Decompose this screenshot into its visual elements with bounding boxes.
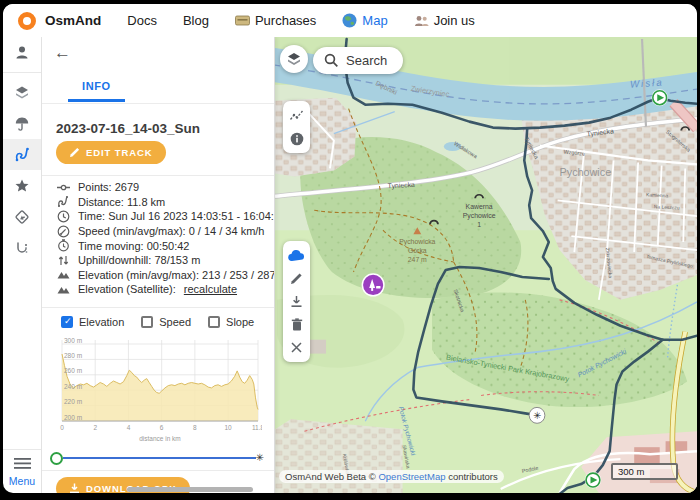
slope-checkbox[interactable] [208,316,220,328]
sidebar-item-weather[interactable] [3,108,41,139]
account-icon [14,45,30,61]
stat-speed: Speed (min/avg/max): 0 / 14 / 34 km/h [57,224,268,239]
plan-route-icon [14,240,30,256]
layers-icon [286,51,302,67]
purchases-icon [235,15,250,26]
points-icon [57,181,70,194]
slider-end-handle[interactable]: ✳ [256,453,264,463]
download-track-button[interactable] [284,290,309,313]
brand[interactable]: OsmAnd [18,12,101,30]
stat-uphill-downhill: Uphill/downhill: 78/153 m [57,253,268,268]
top-navbar: OsmAnd Docs Blog Purchases Map Join us [3,4,697,37]
svg-text:✳: ✳ [533,410,541,421]
map-canvas[interactable]: ✳ Wisła Dębniki Zwierzyniec Tyniecka Tyn… [275,37,697,493]
elevation-satellite-icon [57,283,70,296]
divider [42,307,274,308]
speed-icon [57,225,70,238]
tracks-icon [14,146,31,163]
nav-join-us[interactable]: Join us [414,13,475,28]
track-start-marker[interactable] [651,89,668,106]
info-button[interactable] [284,127,309,150]
divider [42,470,274,471]
map-label-kawerna-3: 1 [477,221,481,228]
sidebar-item-favorites[interactable] [3,170,41,201]
svg-text:0: 0 [60,424,64,431]
sidebar-item-tracks[interactable] [3,139,41,170]
toggle-speed[interactable]: Speed [141,316,191,328]
trash-icon [291,318,303,331]
svg-text:4: 4 [127,424,131,431]
close-track-button[interactable] [284,336,309,359]
map-tools-top [283,101,310,153]
poi-marker-park[interactable] [362,274,384,296]
close-icon [291,342,302,353]
nav-map[interactable]: Map [342,13,387,28]
svg-text:240 m: 240 m [64,383,82,390]
svg-text:11.8: 11.8 [252,424,262,431]
sidebar-menu[interactable]: Menu [3,449,41,493]
pencil-icon [290,272,303,285]
navigation-icon [14,209,30,225]
slider-track[interactable] [63,457,256,459]
map-label-gorka-3: 247 m [408,256,427,263]
brand-name: OsmAnd [45,13,101,28]
cloud-button[interactable] [284,244,309,267]
nav-purchases[interactable]: Purchases [235,13,316,28]
umbrella-icon [14,116,30,132]
edit-pencil-button[interactable] [284,267,309,290]
elevation-chart-container[interactable]: 024681011.8200 m220 m240 m260 m280 m300 … [56,335,262,451]
delete-track-button[interactable] [284,313,309,336]
svg-text:300 m: 300 m [64,337,82,344]
divider [42,175,274,176]
sidebar-item-account[interactable] [3,37,41,68]
osmand-logo-icon [18,12,36,30]
map-label-gorka-1: Pychowicka [399,238,435,246]
elevation-checkbox[interactable] [61,316,73,328]
sidebar-item-configure-map[interactable] [3,77,41,108]
cloud-icon [288,250,305,262]
map-layers-button[interactable] [280,45,308,73]
recalculate-link[interactable]: recalculate [184,283,237,295]
pencil-icon [69,147,80,158]
distance-icon [57,195,70,208]
svg-text:220 m: 220 m [64,398,82,405]
map-attribution: OsmAnd Web Beta © OpenStreetMap contribu… [279,470,504,483]
search-label: Search [346,53,387,68]
track-tools [283,241,310,362]
chart-toggles: Elevation Speed Slope [61,316,254,328]
panel-tabbar: INFO [42,69,274,104]
svg-text:6: 6 [160,424,164,431]
main-sidebar: Menu [3,37,42,493]
stat-points: Points: 2679 [57,180,268,195]
toggle-elevation[interactable]: Elevation [61,316,124,328]
menu-label: Menu [3,475,41,487]
horizontal-scrollbar[interactable] [127,487,253,492]
app-window: OsmAnd Docs Blog Purchases Map Join us [3,4,697,493]
edit-track-button[interactable]: EDIT TRACK [56,141,166,164]
chart-range-slider[interactable]: ✳ [50,451,264,465]
nav-docs[interactable]: Docs [127,13,157,28]
back-button[interactable]: ← [54,43,71,63]
svg-text:distance in km: distance in km [139,435,181,442]
route-graph-button[interactable] [284,104,309,127]
hamburger-menu-icon [14,458,31,469]
nav-blog[interactable]: Blog [183,13,209,28]
updown-icon [57,254,70,267]
elevation-chart: 024681011.8200 m220 m240 m260 m280 m300 … [56,335,262,447]
sidebar-item-navigation[interactable] [3,201,41,232]
svg-text:10: 10 [224,424,232,431]
track-start-marker-2[interactable] [585,472,602,489]
stat-time-moving: Time moving: 00:50:42 [57,238,268,253]
segment-end-marker[interactable]: ✳ [529,407,545,423]
track-info-panel: ← INFO 2023-07-16_14-03_Sun EDIT TRACK P… [42,37,275,493]
openstreetmap-link[interactable]: OpenStreetMap [378,471,445,482]
speed-checkbox[interactable] [141,316,153,328]
toggle-slope[interactable]: Slope [208,316,254,328]
sidebar-divider [3,72,41,73]
sidebar-item-plan-route[interactable] [3,232,41,263]
slider-start-handle[interactable] [50,452,63,465]
map-scale: 300 m [611,463,678,480]
map-search[interactable]: Search [313,47,403,74]
tab-info[interactable]: INFO [68,69,125,102]
globe-icon [342,13,357,28]
